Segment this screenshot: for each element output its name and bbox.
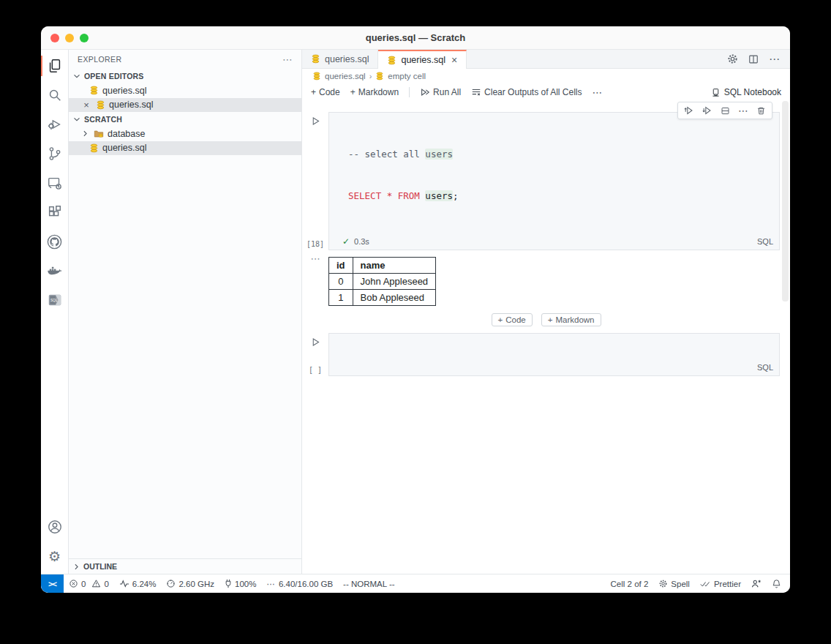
notebook-toolbar: + Code + Markdown Run All Clear Outputs … bbox=[302, 83, 790, 101]
run-all-button[interactable]: Run All bbox=[420, 87, 461, 97]
editor-scrollbar[interactable] bbox=[782, 101, 789, 302]
run-cell-button[interactable] bbox=[311, 337, 320, 347]
tab-queries-sql-inactive[interactable]: queries.sql bbox=[302, 50, 378, 68]
outline-section-header[interactable]: OUTLINE bbox=[69, 558, 301, 574]
add-markdown-cell-button[interactable]: + Markdown bbox=[350, 87, 399, 97]
database-file-icon bbox=[387, 56, 396, 65]
activity-run-debug[interactable] bbox=[41, 110, 68, 139]
notebook-body: ⋯ [18] -- select all users SELECT * FROM… bbox=[302, 101, 790, 574]
execute-above-icon[interactable] bbox=[684, 105, 694, 116]
close-window-button[interactable] bbox=[50, 34, 59, 42]
collapse-output-icon[interactable]: ⋯ bbox=[302, 255, 328, 306]
kernel-picker[interactable]: SQL Notebook bbox=[711, 87, 781, 97]
cpu-usage-indicator[interactable]: 6.24% bbox=[114, 574, 162, 593]
code-cell-1: [18] -- select all users SELECT * FROM u… bbox=[302, 112, 780, 250]
insert-markdown-cell-button[interactable]: + Markdown bbox=[541, 313, 601, 326]
github-icon bbox=[46, 233, 63, 250]
tab-queries-sql-active[interactable]: queries.sql × bbox=[378, 50, 467, 69]
file-item-queries[interactable]: queries.sql bbox=[69, 141, 301, 156]
scratch-header[interactable]: SCRATCH bbox=[69, 112, 301, 127]
result-table: id name 0 John Appleseed 1 Bob Appleseed bbox=[328, 257, 436, 306]
editor-group: queries.sql queries.sql × ⋯ queries.sql … bbox=[302, 50, 790, 574]
cell-more-actions-icon[interactable]: ⋯ bbox=[738, 107, 748, 114]
cell-toolbar: ⋯ bbox=[677, 102, 772, 119]
notebook-cell-position[interactable]: Cell 2 of 2 bbox=[606, 574, 654, 593]
close-tab-icon[interactable]: × bbox=[451, 54, 457, 66]
open-editors-header[interactable]: OPEN EDITORS bbox=[69, 69, 301, 83]
zoom-window-button[interactable] bbox=[80, 34, 89, 42]
database-file-icon bbox=[89, 86, 99, 95]
vim-mode-indicator[interactable]: -- NORMAL -- bbox=[338, 574, 399, 593]
chevron-right-icon: › bbox=[369, 72, 372, 80]
chevron-down-icon bbox=[72, 114, 82, 124]
activity-accounts[interactable] bbox=[41, 512, 68, 542]
plus-icon: + bbox=[311, 87, 316, 97]
split-editor-icon[interactable] bbox=[748, 54, 759, 64]
minimize-window-button[interactable] bbox=[65, 34, 74, 42]
kernel-icon bbox=[711, 88, 721, 97]
breadcrumb-cell[interactable]: empty cell bbox=[388, 72, 426, 80]
breadcrumb-file[interactable]: queries.sql bbox=[325, 72, 366, 80]
activity-extensions[interactable] bbox=[41, 198, 68, 227]
feedback-person-icon bbox=[751, 579, 762, 588]
table-row: 1 Bob Appleseed bbox=[329, 290, 436, 306]
cpu-frequency-indicator[interactable]: 2.60 GHz bbox=[161, 574, 219, 593]
memory-icon: ⋯ bbox=[266, 579, 276, 589]
remote-indicator[interactable]: >< bbox=[41, 574, 64, 593]
settings-gear-icon: ⚙ bbox=[48, 550, 61, 564]
activity-github[interactable] bbox=[41, 227, 68, 256]
success-check-icon: ✓ bbox=[342, 236, 350, 247]
table-row: 0 John Appleseed bbox=[329, 274, 436, 290]
sql-notebook-extension-icon: SQL bbox=[47, 292, 63, 308]
code-editor[interactable]: -- select all users SELECT * FROM users; bbox=[329, 113, 779, 233]
activity-sql-notebook-extension[interactable]: SQL bbox=[41, 285, 68, 315]
sidebar-more-actions-icon[interactable]: ⋯ bbox=[282, 53, 293, 65]
insert-code-cell-button[interactable]: + Code bbox=[492, 313, 533, 326]
notifications-bell[interactable] bbox=[767, 574, 790, 593]
docker-icon bbox=[46, 263, 63, 280]
customize-layout-gear-icon[interactable] bbox=[727, 53, 738, 64]
problems-indicator[interactable]: 0 0 bbox=[64, 574, 114, 593]
database-file-icon bbox=[89, 143, 99, 153]
pulse-icon bbox=[119, 580, 129, 588]
account-icon bbox=[47, 519, 63, 535]
activity-remote-explorer[interactable] bbox=[41, 168, 68, 198]
open-editor-item[interactable]: queries.sql bbox=[69, 83, 301, 98]
gauge-icon bbox=[166, 579, 176, 588]
cell-language-label[interactable]: SQL bbox=[757, 363, 773, 372]
prettier-indicator[interactable]: Prettier bbox=[695, 574, 746, 593]
vscode-window: queries.sql — Scratch bbox=[41, 26, 790, 593]
activity-source-control[interactable] bbox=[41, 139, 68, 168]
extensions-icon bbox=[47, 204, 63, 220]
folder-item-database[interactable]: database bbox=[69, 127, 301, 141]
memory-indicator[interactable]: ⋯ 6.40/16.00 GB bbox=[261, 574, 338, 593]
run-cell-button[interactable] bbox=[311, 116, 320, 126]
delete-cell-icon[interactable] bbox=[756, 106, 766, 116]
code-editor[interactable] bbox=[329, 334, 779, 359]
error-icon bbox=[69, 579, 78, 588]
spell-checker-indicator[interactable]: Spell bbox=[653, 574, 695, 593]
activity-docker[interactable] bbox=[41, 256, 68, 285]
table-header-row: id name bbox=[329, 258, 436, 274]
feedback-indicator[interactable] bbox=[746, 574, 767, 593]
battery-indicator[interactable]: 100% bbox=[219, 574, 261, 593]
remote-explorer-icon bbox=[47, 175, 63, 191]
cell-language-label[interactable]: SQL bbox=[757, 237, 773, 246]
chevron-right-icon bbox=[80, 129, 90, 138]
execution-duration: 0.3s bbox=[354, 237, 369, 246]
open-editors-section: OPEN EDITORS queries.sql × queries.sql bbox=[69, 69, 301, 112]
execute-below-icon[interactable] bbox=[702, 105, 712, 116]
activity-explorer[interactable] bbox=[41, 51, 68, 80]
close-editor-icon[interactable]: × bbox=[80, 100, 92, 111]
database-file-icon bbox=[312, 72, 321, 80]
activity-search[interactable] bbox=[41, 80, 68, 110]
activity-settings[interactable]: ⚙ bbox=[41, 542, 68, 571]
execution-count: [18] bbox=[307, 240, 324, 248]
add-code-cell-button[interactable]: + Code bbox=[311, 87, 340, 97]
split-cell-icon[interactable] bbox=[721, 106, 730, 116]
editor-more-actions-icon[interactable]: ⋯ bbox=[769, 53, 780, 66]
toolbar-more-actions-icon[interactable]: ⋯ bbox=[593, 86, 603, 98]
clear-outputs-button[interactable]: Clear Outputs of All Cells bbox=[471, 87, 582, 97]
files-icon bbox=[47, 58, 63, 74]
open-editor-item-active[interactable]: × queries.sql bbox=[69, 98, 301, 113]
